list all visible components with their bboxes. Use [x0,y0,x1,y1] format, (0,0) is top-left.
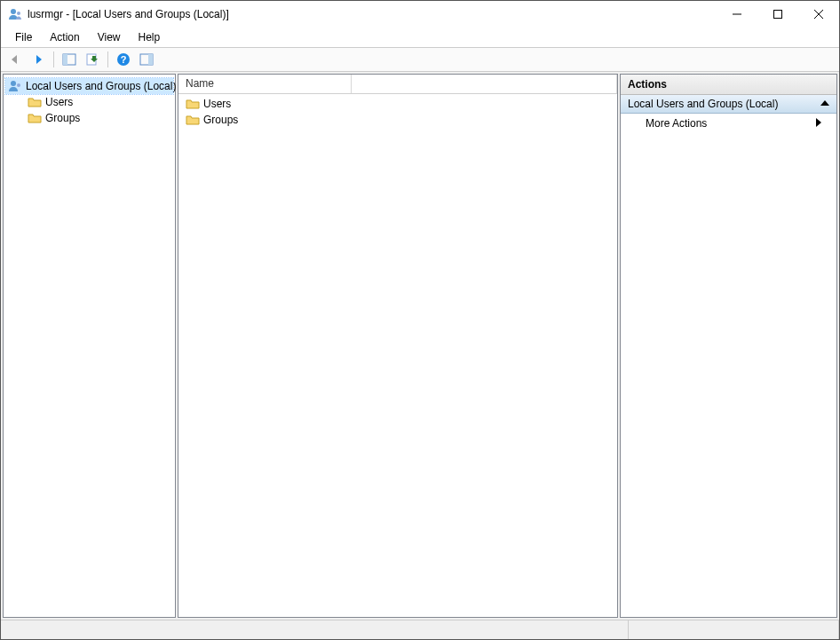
maximize-button[interactable] [757,1,798,28]
actions-pane: Actions Local Users and Groups (Local) M… [620,74,837,618]
tree-node-label: Groups [45,112,80,124]
chevron-right-icon [815,117,822,130]
list-header: Name [178,75,617,94]
window-title: lusrmgr - [Local Users and Groups (Local… [28,8,229,20]
result-list: Name Users Groups [178,74,618,618]
folder-icon [28,95,42,109]
forward-button[interactable] [28,50,49,69]
export-list-button[interactable] [82,50,103,69]
menubar: File Action View Help [1,28,839,47]
app-icon [8,7,22,21]
show-hide-tree-button[interactable] [59,50,80,69]
menu-file[interactable]: File [6,29,41,45]
list-item-groups[interactable]: Groups [180,112,615,128]
list-item-label: Groups [203,114,238,126]
folder-icon [28,111,42,125]
svg-rect-3 [774,11,782,19]
tree-root-label: Local Users and Groups (Local) [26,80,176,92]
actions-section-label: Local Users and Groups (Local) [628,98,778,110]
collapse-icon [820,98,829,110]
close-button[interactable] [798,1,839,28]
status-cell [1,620,629,639]
list-item-users[interactable]: Users [180,96,615,112]
menu-view[interactable]: View [89,29,130,45]
actions-item-label: More Actions [646,117,707,130]
menu-help[interactable]: Help [130,29,170,45]
column-header-blank[interactable] [352,75,617,93]
show-hide-action-pane-button[interactable] [136,50,157,69]
main-area: Local Users and Groups (Local) Users [1,72,839,620]
list-item-label: Users [203,98,231,110]
svg-point-14 [17,83,20,87]
toolbar: ? [1,47,839,72]
column-header-name[interactable]: Name [178,75,352,93]
svg-rect-7 [63,54,67,65]
tree-node-groups[interactable]: Groups [25,110,173,126]
window-controls [717,1,839,28]
tree-node-label: Users [45,96,73,108]
actions-section-header[interactable]: Local Users and Groups (Local) [621,95,836,114]
folder-icon [186,113,200,127]
toolbar-separator [53,51,54,67]
back-button[interactable] [4,50,26,69]
help-button[interactable]: ? [113,50,134,69]
status-cell [629,620,839,639]
tree-node-users[interactable]: Users [25,94,173,110]
menu-action[interactable]: Action [41,29,88,45]
toolbar-separator [107,51,108,67]
statusbar [1,620,839,639]
svg-point-13 [11,81,16,86]
console-tree: Local Users and Groups (Local) Users [3,74,176,618]
actions-pane-title: Actions [621,75,836,95]
tree-root-node[interactable]: Local Users and Groups (Local) [5,78,173,94]
list-body: Users Groups [178,94,617,130]
actions-more-actions[interactable]: More Actions [621,114,836,133]
minimize-button[interactable] [717,1,757,28]
svg-rect-12 [148,54,153,65]
svg-text:?: ? [121,54,127,65]
folder-icon [186,97,200,111]
svg-point-0 [11,9,16,14]
svg-point-1 [17,12,20,15]
users-groups-icon [8,79,22,93]
titlebar: lusrmgr - [Local Users and Groups (Local… [1,1,839,28]
